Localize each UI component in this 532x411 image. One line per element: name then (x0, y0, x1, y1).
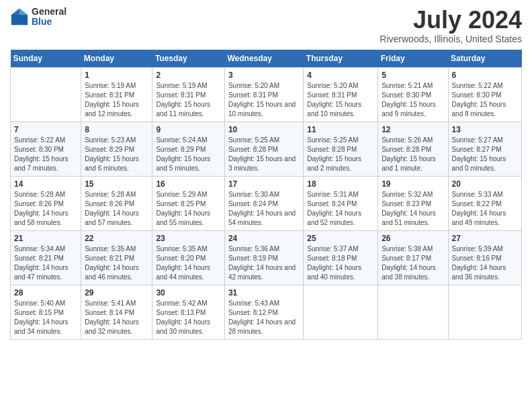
day-number: 31 (228, 288, 300, 298)
day-info: Sunrise: 5:34 AM Sunset: 8:21 PM Dayligh… (14, 244, 77, 282)
logo-text: General Blue (32, 7, 66, 28)
day-number: 18 (307, 179, 374, 189)
day-info: Sunrise: 5:25 AM Sunset: 8:28 PM Dayligh… (228, 136, 300, 173)
day-number: 6 (452, 71, 518, 80)
day-cell: 9Sunrise: 5:24 AM Sunset: 8:29 PM Daylig… (152, 122, 225, 176)
header-cell-thursday: Thursday (304, 50, 378, 68)
day-number: 28 (14, 288, 77, 298)
day-info: Sunrise: 5:43 AM Sunset: 8:12 PM Dayligh… (228, 299, 300, 336)
day-cell: 4Sunrise: 5:20 AM Sunset: 8:31 PM Daylig… (304, 67, 378, 122)
day-cell: 16Sunrise: 5:29 AM Sunset: 8:25 PM Dayli… (152, 176, 225, 230)
day-number: 9 (156, 125, 221, 134)
day-cell (304, 285, 378, 339)
day-cell: 2Sunrise: 5:19 AM Sunset: 8:31 PM Daylig… (152, 67, 225, 122)
day-info: Sunrise: 5:35 AM Sunset: 8:20 PM Dayligh… (156, 244, 221, 282)
day-cell (11, 67, 81, 122)
day-cell: 27Sunrise: 5:39 AM Sunset: 8:16 PM Dayli… (448, 230, 521, 285)
day-cell: 12Sunrise: 5:26 AM Sunset: 8:28 PM Dayli… (378, 122, 448, 176)
day-info: Sunrise: 5:21 AM Sunset: 8:30 PM Dayligh… (382, 81, 444, 119)
day-cell (378, 285, 448, 339)
day-info: Sunrise: 5:24 AM Sunset: 8:29 PM Dayligh… (156, 136, 221, 173)
header-cell-monday: Monday (81, 50, 152, 68)
day-number: 25 (307, 234, 374, 243)
day-cell: 10Sunrise: 5:25 AM Sunset: 8:28 PM Dayli… (224, 122, 303, 176)
week-row-3: 14Sunrise: 5:28 AM Sunset: 8:26 PM Dayli… (11, 176, 522, 230)
day-info: Sunrise: 5:23 AM Sunset: 8:29 PM Dayligh… (85, 136, 148, 173)
day-number: 21 (14, 234, 77, 243)
day-cell: 6Sunrise: 5:22 AM Sunset: 8:30 PM Daylig… (448, 67, 521, 122)
day-number: 15 (85, 179, 148, 189)
day-number: 26 (382, 234, 444, 243)
day-number: 13 (452, 125, 518, 134)
day-number: 5 (382, 71, 444, 80)
logo-general: General (32, 7, 66, 17)
week-row-2: 7Sunrise: 5:22 AM Sunset: 8:30 PM Daylig… (11, 122, 522, 176)
svg-marker-1 (19, 9, 28, 15)
day-cell: 31Sunrise: 5:43 AM Sunset: 8:12 PM Dayli… (224, 285, 303, 339)
day-info: Sunrise: 5:22 AM Sunset: 8:30 PM Dayligh… (452, 81, 518, 119)
day-cell: 30Sunrise: 5:42 AM Sunset: 8:13 PM Dayli… (152, 285, 225, 339)
day-info: Sunrise: 5:19 AM Sunset: 8:31 PM Dayligh… (156, 81, 221, 119)
day-info: Sunrise: 5:30 AM Sunset: 8:24 PM Dayligh… (228, 190, 300, 228)
header-row: SundayMondayTuesdayWednesdayThursdayFrid… (11, 50, 522, 68)
header-cell-saturday: Saturday (448, 50, 521, 68)
day-number: 3 (228, 71, 300, 80)
day-info: Sunrise: 5:40 AM Sunset: 8:15 PM Dayligh… (14, 299, 77, 336)
day-cell: 11Sunrise: 5:25 AM Sunset: 8:28 PM Dayli… (304, 122, 378, 176)
day-info: Sunrise: 5:33 AM Sunset: 8:22 PM Dayligh… (452, 190, 518, 228)
day-number: 12 (382, 125, 444, 134)
day-number: 22 (85, 234, 148, 243)
day-cell: 28Sunrise: 5:40 AM Sunset: 8:15 PM Dayli… (11, 285, 81, 339)
day-number: 1 (85, 71, 148, 80)
day-cell: 5Sunrise: 5:21 AM Sunset: 8:30 PM Daylig… (378, 67, 448, 122)
week-row-1: 1Sunrise: 5:19 AM Sunset: 8:31 PM Daylig… (11, 67, 522, 122)
title-block: July 2024 Riverwoods, Illinois, United S… (380, 7, 522, 44)
logo: General Blue (10, 7, 66, 28)
day-number: 20 (452, 179, 518, 189)
day-cell: 29Sunrise: 5:41 AM Sunset: 8:14 PM Dayli… (81, 285, 152, 339)
day-number: 24 (228, 234, 300, 243)
day-info: Sunrise: 5:19 AM Sunset: 8:31 PM Dayligh… (85, 81, 148, 119)
subtitle: Riverwoods, Illinois, United States (380, 34, 522, 44)
day-cell: 26Sunrise: 5:38 AM Sunset: 8:17 PM Dayli… (378, 230, 448, 285)
calendar-table: SundayMondayTuesdayWednesdayThursdayFrid… (10, 50, 522, 340)
day-number: 17 (228, 179, 300, 189)
day-info: Sunrise: 5:25 AM Sunset: 8:28 PM Dayligh… (307, 136, 374, 173)
day-number: 11 (307, 125, 374, 134)
header-cell-wednesday: Wednesday (224, 50, 303, 68)
day-info: Sunrise: 5:20 AM Sunset: 8:31 PM Dayligh… (228, 81, 300, 119)
day-info: Sunrise: 5:39 AM Sunset: 8:16 PM Dayligh… (452, 244, 518, 282)
logo-icon (10, 7, 29, 26)
day-number: 29 (85, 288, 148, 298)
day-cell: 19Sunrise: 5:32 AM Sunset: 8:23 PM Dayli… (378, 176, 448, 230)
day-cell: 13Sunrise: 5:27 AM Sunset: 8:27 PM Dayli… (448, 122, 521, 176)
day-cell: 17Sunrise: 5:30 AM Sunset: 8:24 PM Dayli… (224, 176, 303, 230)
day-info: Sunrise: 5:41 AM Sunset: 8:14 PM Dayligh… (85, 299, 148, 336)
header-cell-friday: Friday (378, 50, 448, 68)
header-cell-tuesday: Tuesday (152, 50, 225, 68)
day-info: Sunrise: 5:22 AM Sunset: 8:30 PM Dayligh… (14, 136, 77, 173)
week-row-4: 21Sunrise: 5:34 AM Sunset: 8:21 PM Dayli… (11, 230, 522, 285)
day-number: 4 (307, 71, 374, 80)
day-number: 16 (156, 179, 221, 189)
day-info: Sunrise: 5:42 AM Sunset: 8:13 PM Dayligh… (156, 299, 221, 336)
day-cell: 8Sunrise: 5:23 AM Sunset: 8:29 PM Daylig… (81, 122, 152, 176)
day-number: 10 (228, 125, 300, 134)
day-cell: 3Sunrise: 5:20 AM Sunset: 8:31 PM Daylig… (224, 67, 303, 122)
day-cell: 24Sunrise: 5:36 AM Sunset: 8:19 PM Dayli… (224, 230, 303, 285)
day-number: 23 (156, 234, 221, 243)
day-number: 19 (382, 179, 444, 189)
day-cell: 25Sunrise: 5:37 AM Sunset: 8:18 PM Dayli… (304, 230, 378, 285)
logo-blue: Blue (32, 17, 66, 27)
day-cell: 18Sunrise: 5:31 AM Sunset: 8:24 PM Dayli… (304, 176, 378, 230)
day-number: 14 (14, 179, 77, 189)
day-cell: 23Sunrise: 5:35 AM Sunset: 8:20 PM Dayli… (152, 230, 225, 285)
week-row-5: 28Sunrise: 5:40 AM Sunset: 8:15 PM Dayli… (11, 285, 522, 339)
day-info: Sunrise: 5:38 AM Sunset: 8:17 PM Dayligh… (382, 244, 444, 282)
day-cell: 21Sunrise: 5:34 AM Sunset: 8:21 PM Dayli… (11, 230, 81, 285)
day-number: 2 (156, 71, 221, 80)
day-info: Sunrise: 5:31 AM Sunset: 8:24 PM Dayligh… (307, 190, 374, 228)
day-number: 8 (85, 125, 148, 134)
day-info: Sunrise: 5:32 AM Sunset: 8:23 PM Dayligh… (382, 190, 444, 228)
day-cell: 15Sunrise: 5:28 AM Sunset: 8:26 PM Dayli… (81, 176, 152, 230)
